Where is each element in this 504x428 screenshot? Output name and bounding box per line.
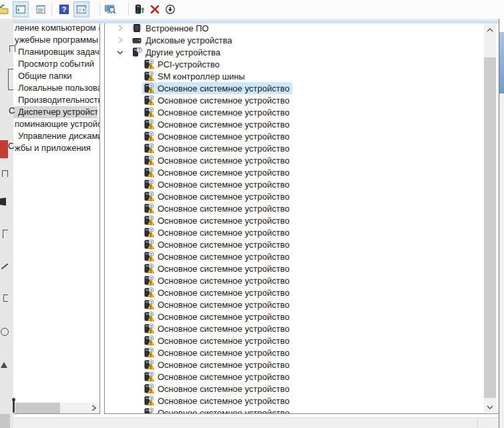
expand-chevron[interactable] — [115, 23, 125, 34]
console-tree-item[interactable]: ужебные программы — [13, 34, 99, 46]
console-tree-item[interactable]: Управление дисками — [13, 130, 99, 142]
console-tree-item[interactable]: Планировщик задач — [13, 46, 99, 58]
device-entry[interactable]: ?SM контроллер шины — [142, 70, 248, 82]
device-tree-row[interactable]: ?SM контроллер шины — [105, 70, 485, 82]
device-tree-row[interactable]: ?Основное системное устройство — [105, 82, 485, 94]
device-tree-row[interactable]: ?Основное системное устройство — [105, 250, 485, 262]
device-tree-row[interactable]: ?Основное системное устройство — [105, 190, 485, 202]
device-tree-row[interactable]: ?Основное системное устройство — [105, 118, 485, 130]
device-tree-row[interactable]: ?Основное системное устройство — [105, 347, 485, 359]
device-entry[interactable]: ?Основное системное устройство — [142, 371, 292, 383]
console-tree-item[interactable]: Общие папки — [13, 70, 99, 82]
device-entry[interactable]: ?Основное системное устройство — [142, 395, 292, 407]
device-entry[interactable]: ?Основное системное устройство — [142, 202, 292, 214]
device-tree-row[interactable]: ?Основное системное устройство — [105, 286, 485, 298]
device-entry[interactable]: ?Основное системное устройство — [142, 250, 292, 262]
back-button[interactable] — [0, 1, 11, 17]
device-entry[interactable]: ?Основное системное устройство — [142, 166, 292, 178]
export-list-button[interactable] — [33, 1, 49, 17]
scroll-right-button[interactable] — [89, 403, 99, 413]
console-tree-item[interactable]: Локальные пользовате — [13, 82, 99, 94]
device-tree-row[interactable]: ?Основное системное устройство — [105, 142, 485, 154]
remote-computer-button[interactable] — [102, 1, 118, 17]
device-entry[interactable]: ?Основное системное устройство — [142, 262, 292, 274]
device-tree-row[interactable]: ?Основное системное устройство — [105, 130, 485, 142]
device-entry[interactable]: ?Основное системное устройство — [142, 214, 292, 226]
device-tree-row[interactable]: ?Основное системное устройство — [105, 335, 485, 347]
device-entry[interactable]: ?Основное системное устройство — [142, 106, 292, 118]
device-entry[interactable]: ?Основное системное устройство — [142, 310, 292, 323]
device-tree-row[interactable]: ?Основное системное устройство — [105, 106, 485, 118]
expand-chevron[interactable] — [115, 34, 125, 46]
device-tree-row[interactable]: ?Основное системное устройство — [105, 94, 485, 106]
device-entry[interactable]: ?Основное системное устройство — [142, 130, 292, 142]
device-entry[interactable]: ?Основное системное устройство — [142, 286, 292, 298]
device-tree-row[interactable]: ?Основное системное устройство — [105, 178, 485, 190]
device-tree-row[interactable]: ?Основное системное устройство — [105, 371, 485, 383]
device-entry[interactable]: ?PCI-устройство — [142, 58, 222, 70]
help-button[interactable]: ? — [56, 1, 72, 17]
console-tree-item[interactable]: Производительность — [13, 94, 99, 106]
device-tree-row[interactable]: ?Основное системное устройство — [105, 359, 485, 371]
device-tree-row[interactable]: ?Основное системное устройство — [105, 166, 485, 178]
console-tree-panel: ление компьютером (лужебные программыПла… — [13, 23, 100, 414]
console-tree-item[interactable]: жбы и приложения — [13, 142, 99, 154]
device-entry[interactable]: ?Основное системное устройство — [142, 383, 292, 395]
device-entry[interactable]: ?Основное системное устройство — [142, 190, 292, 202]
device-tree-row[interactable]: ?Основное системное устройство — [105, 395, 485, 407]
device-tree-row[interactable]: ?Основное системное устройство — [105, 310, 485, 323]
device-tree-row[interactable]: ?Основное системное устройство — [105, 238, 485, 250]
device-tree-row[interactable]: Дисковые устройства — [105, 34, 485, 46]
scroll-up-button[interactable] — [484, 24, 496, 35]
device-tree-row[interactable]: ?Основное системное устройство — [105, 226, 485, 238]
device-tree-row[interactable]: ?Основное системное устройство — [105, 214, 485, 226]
device-label: Основное системное устройство — [158, 156, 290, 166]
vertical-scrollbar-thumb[interactable] — [484, 57, 496, 398]
scan-hardware-button[interactable] — [132, 1, 148, 17]
device-tree-row[interactable]: ?PCI-устройство — [105, 58, 485, 70]
device-tree-row[interactable]: ?Основное системное устройство — [105, 383, 485, 395]
device-entry[interactable]: ?Основное системное устройство — [142, 407, 292, 414]
device-entry[interactable]: ?Основное системное устройство — [142, 359, 292, 371]
device-tree-row[interactable]: ?Основное системное устройство — [105, 154, 485, 166]
warning-device-icon: ? — [144, 311, 158, 322]
show-console-tree-button[interactable] — [13, 1, 29, 17]
show-action-pane-button[interactable] — [73, 1, 89, 17]
device-label: Основное системное устройство — [158, 216, 290, 226]
device-tree-row[interactable]: ?Основное системное устройство — [105, 323, 485, 335]
device-tree-row[interactable]: ?Основное системное устройство — [105, 262, 485, 274]
horizontal-scrollbar-thumb[interactable] — [15, 403, 60, 413]
device-entry[interactable]: ?Основное системное устройство — [142, 178, 292, 190]
device-entry[interactable]: Встроенное ПО — [130, 23, 212, 34]
device-tree-row[interactable]: ?Основное системное устройство — [105, 274, 485, 286]
device-tree-row[interactable]: Встроенное ПО — [105, 23, 485, 34]
device-entry[interactable]: ?Основное системное устройство — [142, 154, 292, 166]
vertical-scrollbar[interactable] — [484, 24, 496, 413]
device-entry[interactable]: ?Другие устройства — [130, 46, 223, 58]
console-tree-item[interactable]: Просмотр событий — [13, 58, 99, 70]
device-entry[interactable]: ?Основное системное устройство — [142, 226, 292, 238]
device-tree-row[interactable]: ?Основное системное устройство — [105, 407, 485, 414]
device-tree-row[interactable]: ?Другие устройства — [105, 46, 485, 58]
horizontal-scrollbar[interactable] — [13, 403, 99, 413]
device-entry[interactable]: ?Основное системное устройство — [142, 82, 292, 94]
device-tree-row[interactable]: ?Основное системное устройство — [105, 298, 485, 310]
device-entry[interactable]: ?Основное системное устройство — [142, 298, 292, 310]
expand-chevron[interactable] — [115, 46, 125, 58]
console-tree-item[interactable]: поминающие устройст — [13, 118, 99, 130]
console-tree-item[interactable]: Диспетчер устройств — [13, 106, 97, 118]
uninstall-device-button[interactable] — [147, 1, 163, 17]
device-entry[interactable]: ?Основное системное устройство — [142, 238, 292, 250]
device-entry[interactable]: ?Основное системное устройство — [142, 323, 292, 335]
device-tree-row[interactable]: ?Основное системное устройство — [105, 202, 485, 214]
scroll-down-button[interactable] — [484, 401, 496, 413]
device-entry[interactable]: ?Основное системное устройство — [142, 142, 292, 154]
device-entry[interactable]: ?Основное системное устройство — [142, 94, 292, 106]
device-entry[interactable]: ?Основное системное устройство — [142, 335, 292, 347]
device-entry[interactable]: Дисковые устройства — [130, 34, 235, 46]
device-entry[interactable]: ?Основное системное устройство — [142, 347, 292, 359]
disable-device-button[interactable] — [162, 1, 178, 17]
console-tree-item[interactable]: ление компьютером (л — [13, 23, 99, 34]
device-entry[interactable]: ?Основное системное устройство — [142, 118, 292, 130]
device-entry[interactable]: ?Основное системное устройство — [142, 274, 292, 286]
